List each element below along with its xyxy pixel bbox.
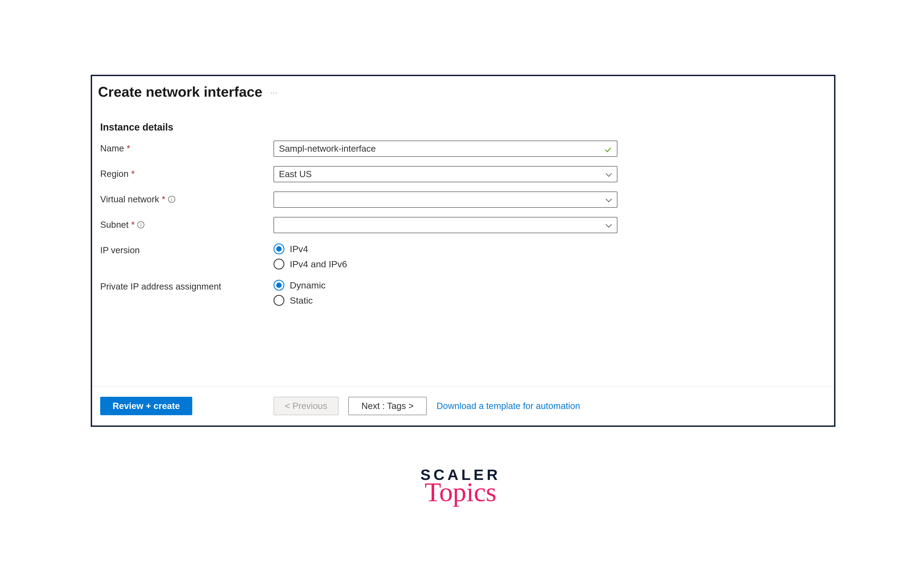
next-button[interactable]: Next : Tags > [348, 397, 427, 415]
name-input-wrapper[interactable]: Sampl-network-interface [273, 140, 617, 157]
name-input[interactable]: Sampl-network-interface [279, 143, 604, 154]
row-subnet: Subnet * i [100, 217, 826, 233]
previous-button: < Previous [273, 397, 338, 415]
label-name: Name * [100, 140, 273, 153]
radio-ipv4[interactable]: IPv4 [273, 243, 347, 254]
radio-static-label: Static [290, 295, 313, 306]
required-asterisk: * [127, 143, 130, 153]
footer-right-group: < Previous Next : Tags > Download a temp… [273, 397, 580, 415]
row-vnet: Virtual network * i [100, 192, 826, 208]
info-icon[interactable]: i [137, 221, 144, 228]
label-region: Region * [100, 166, 273, 179]
form-area: Instance details Name * Sampl-network-in… [92, 114, 834, 386]
logo-line2: Topics [420, 476, 500, 508]
radio-dynamic[interactable]: Dynamic [273, 280, 325, 291]
row-region: Region * East US [100, 166, 826, 182]
row-name: Name * Sampl-network-interface [100, 140, 826, 157]
label-vnet: Virtual network * i [100, 192, 273, 205]
radio-button-icon [273, 259, 284, 269]
label-subnet-text: Subnet [100, 220, 129, 230]
info-icon[interactable]: i [168, 196, 175, 203]
required-asterisk: * [162, 194, 166, 205]
check-icon [604, 145, 612, 153]
label-ipversion: IP version [100, 243, 273, 256]
radio-button-icon [273, 280, 284, 291]
radio-ipv4-ipv6[interactable]: IPv4 and IPv6 [273, 259, 347, 269]
scaler-topics-logo: SCALER Topics [420, 466, 500, 508]
radio-dynamic-label: Dynamic [290, 280, 325, 291]
radio-button-icon [273, 243, 284, 254]
region-select[interactable]: East US [273, 166, 617, 182]
row-ipversion: IP version IPv4 IPv4 and IPv6 [100, 243, 826, 269]
download-template-link[interactable]: Download a template for automation [436, 401, 580, 411]
required-asterisk: * [131, 220, 135, 230]
page-title: Create network interface [98, 84, 262, 100]
panel-header: Create network interface ··· [92, 76, 834, 114]
chevron-down-icon [605, 196, 612, 203]
chevron-down-icon [605, 222, 612, 228]
subnet-select[interactable] [273, 217, 617, 233]
review-create-button[interactable]: Review + create [100, 397, 192, 415]
label-name-text: Name [100, 143, 124, 153]
label-vnet-text: Virtual network [100, 194, 159, 205]
label-subnet: Subnet * i [100, 217, 273, 230]
privateip-radio-group: Dynamic Static [273, 279, 325, 306]
label-privateip-text: Private IP address assignment [100, 282, 221, 292]
radio-button-icon [273, 295, 284, 306]
more-icon[interactable]: ··· [270, 87, 278, 96]
required-asterisk: * [131, 169, 135, 179]
ipversion-radio-group: IPv4 IPv4 and IPv6 [273, 243, 347, 269]
label-ipversion-text: IP version [100, 245, 140, 256]
vnet-select[interactable] [273, 192, 617, 208]
chevron-down-icon [605, 171, 612, 178]
radio-ipv4-label: IPv4 [290, 244, 308, 254]
radio-static[interactable]: Static [273, 295, 325, 306]
row-privateip: Private IP address assignment Dynamic St… [100, 279, 826, 306]
create-network-interface-panel: Create network interface ··· Instance de… [91, 75, 835, 427]
radio-ipv4-ipv6-label: IPv4 and IPv6 [290, 259, 347, 269]
section-heading: Instance details [100, 122, 826, 133]
label-region-text: Region [100, 169, 129, 179]
region-value: East US [279, 169, 605, 179]
label-privateip: Private IP address assignment [100, 279, 273, 292]
panel-footer: Review + create < Previous Next : Tags >… [92, 386, 834, 425]
